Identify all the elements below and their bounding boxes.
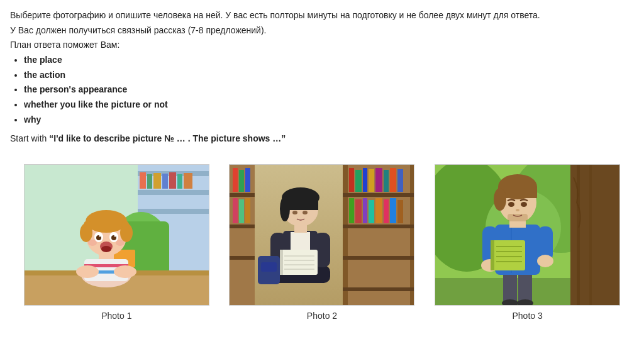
svg-point-121 — [537, 255, 553, 267]
svg-rect-74 — [233, 198, 238, 223]
svg-rect-58 — [397, 169, 403, 192]
svg-rect-53 — [363, 168, 367, 192]
svg-rect-47 — [343, 193, 414, 197]
instruction-line1: Выберите фотографию и опишите человека н… — [10, 9, 634, 23]
svg-rect-50 — [343, 287, 414, 291]
plan-list: the place the action the person's appear… — [10, 53, 634, 126]
svg-rect-3 — [138, 190, 209, 195]
svg-rect-52 — [355, 170, 362, 192]
svg-point-127 — [508, 202, 514, 207]
svg-rect-116 — [491, 240, 494, 270]
svg-point-28 — [84, 221, 91, 228]
svg-point-29 — [121, 221, 129, 228]
svg-rect-46 — [410, 165, 414, 306]
svg-rect-130 — [508, 214, 528, 221]
svg-rect-55 — [375, 168, 382, 192]
svg-point-38 — [88, 240, 97, 246]
svg-rect-97 — [261, 262, 277, 272]
svg-rect-70 — [230, 256, 255, 260]
svg-rect-57 — [390, 168, 396, 192]
svg-rect-68 — [230, 193, 255, 197]
svg-rect-56 — [384, 170, 389, 192]
svg-point-94 — [292, 211, 297, 214]
svg-rect-60 — [355, 199, 362, 223]
svg-rect-65 — [390, 198, 396, 223]
svg-rect-6 — [147, 174, 152, 189]
svg-rect-49 — [343, 256, 414, 260]
svg-point-37 — [101, 246, 111, 252]
svg-rect-54 — [369, 169, 374, 192]
photo1-box[interactable] — [24, 164, 209, 306]
plan-item-appearance: the person's appearance — [24, 83, 634, 97]
plan-header: План ответа поможет Вам: — [10, 38, 634, 52]
svg-rect-48 — [343, 225, 414, 228]
plan-item-place: the place — [24, 53, 634, 67]
photo2-caption: Photo 2 — [307, 311, 337, 321]
svg-rect-10 — [177, 174, 182, 189]
photo3-caption: Photo 3 — [513, 311, 543, 321]
svg-rect-7 — [153, 173, 161, 189]
plan-item-action: the action — [24, 69, 634, 82]
svg-point-126 — [494, 188, 506, 211]
svg-rect-61 — [363, 198, 367, 223]
svg-point-41 — [114, 265, 136, 278]
svg-rect-63 — [375, 198, 382, 223]
svg-rect-5 — [140, 172, 146, 189]
svg-rect-59 — [349, 198, 354, 223]
svg-rect-4 — [138, 209, 209, 214]
svg-rect-69 — [230, 225, 255, 228]
svg-rect-115 — [491, 240, 525, 270]
plan-item-like: whether you like the picture or not — [24, 98, 634, 112]
photo1-caption: Photo 1 — [101, 311, 131, 321]
photo1-item: Photo 1 — [24, 164, 209, 321]
svg-rect-84 — [280, 250, 283, 275]
start-phrase: Start with “I'd like to describe picture… — [10, 132, 634, 146]
svg-rect-9 — [169, 172, 176, 189]
instructions-block: Выберите фотографию и опишите человека н… — [10, 9, 634, 145]
svg-rect-8 — [162, 174, 168, 189]
svg-rect-73 — [245, 168, 250, 192]
svg-rect-66 — [397, 200, 403, 223]
svg-point-129 — [516, 209, 519, 211]
photo3-item: Photo 3 — [435, 164, 620, 321]
svg-rect-105 — [589, 165, 592, 306]
photo2-box[interactable] — [229, 164, 414, 306]
svg-point-40 — [76, 265, 99, 278]
instruction-line2: У Вас должен получиться связный рассказ … — [10, 24, 634, 38]
svg-rect-64 — [384, 199, 389, 223]
svg-rect-75 — [239, 199, 244, 223]
svg-rect-76 — [245, 198, 250, 223]
svg-point-34 — [99, 235, 101, 237]
photo3-box[interactable] — [435, 164, 620, 306]
svg-rect-11 — [184, 173, 192, 189]
svg-rect-51 — [349, 168, 354, 192]
plan-item-why: why — [24, 113, 634, 127]
svg-rect-45 — [343, 165, 348, 306]
svg-point-95 — [303, 211, 308, 214]
svg-point-35 — [114, 235, 116, 237]
svg-point-39 — [116, 240, 125, 246]
photos-section: Photo 1 — [10, 164, 634, 321]
svg-point-93 — [280, 196, 290, 221]
svg-rect-83 — [280, 250, 318, 275]
svg-rect-72 — [239, 170, 244, 192]
svg-point-128 — [521, 202, 527, 207]
svg-rect-71 — [233, 168, 238, 192]
svg-rect-62 — [369, 200, 374, 223]
photo2-item: Photo 2 — [229, 164, 414, 321]
